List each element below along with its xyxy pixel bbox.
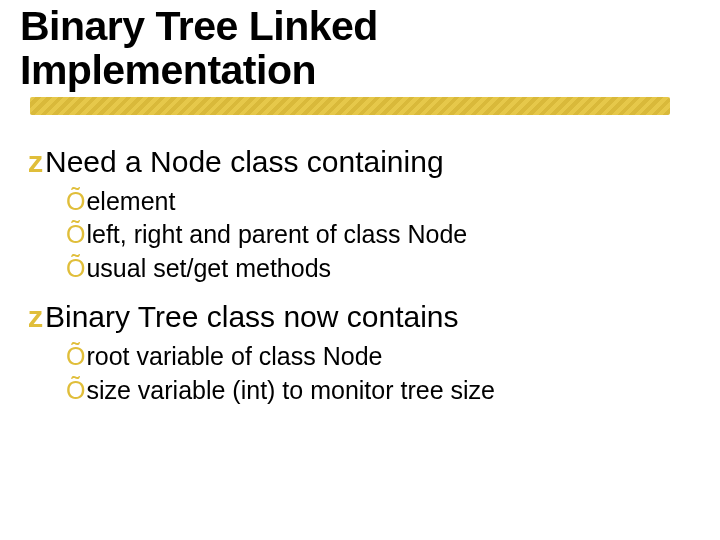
bullet-text: left, right and parent of class Node: [86, 219, 467, 250]
bullet-level1: z Need a Node class containing: [28, 143, 700, 181]
z-bullet-icon: z: [28, 302, 43, 332]
bullet-text: element: [86, 186, 175, 217]
bullet-level1: z Binary Tree class now contains: [28, 298, 700, 336]
bullet-text: Binary Tree class now contains: [45, 298, 459, 336]
z-bullet-icon: z: [28, 147, 43, 177]
sub-bullet-group: Õ element Õ left, right and parent of cl…: [66, 186, 700, 284]
o-bullet-icon: Õ: [66, 219, 85, 250]
bullet-level2: Õ left, right and parent of class Node: [66, 219, 700, 250]
sub-bullet-group: Õ root variable of class Node Õ size var…: [66, 341, 700, 406]
title-underline: [30, 97, 670, 115]
slide-title: Binary Tree Linked Implementation: [20, 4, 700, 93]
slide-content: z Need a Node class containing Õ element…: [20, 143, 700, 406]
slide: Binary Tree Linked Implementation z Need…: [0, 0, 720, 540]
title-line-1: Binary Tree Linked: [20, 3, 378, 49]
o-bullet-icon: Õ: [66, 375, 85, 406]
bullet-text: size variable (int) to monitor tree size: [86, 375, 494, 406]
o-bullet-icon: Õ: [66, 341, 85, 372]
title-line-2: Implementation: [20, 47, 316, 93]
o-bullet-icon: Õ: [66, 253, 85, 284]
bullet-level2: Õ root variable of class Node: [66, 341, 700, 372]
bullet-text: Need a Node class containing: [45, 143, 444, 181]
bullet-level2: Õ element: [66, 186, 700, 217]
bullet-level2: Õ usual set/get methods: [66, 253, 700, 284]
o-bullet-icon: Õ: [66, 186, 85, 217]
bullet-text: root variable of class Node: [86, 341, 382, 372]
bullet-text: usual set/get methods: [86, 253, 331, 284]
bullet-level2: Õ size variable (int) to monitor tree si…: [66, 375, 700, 406]
